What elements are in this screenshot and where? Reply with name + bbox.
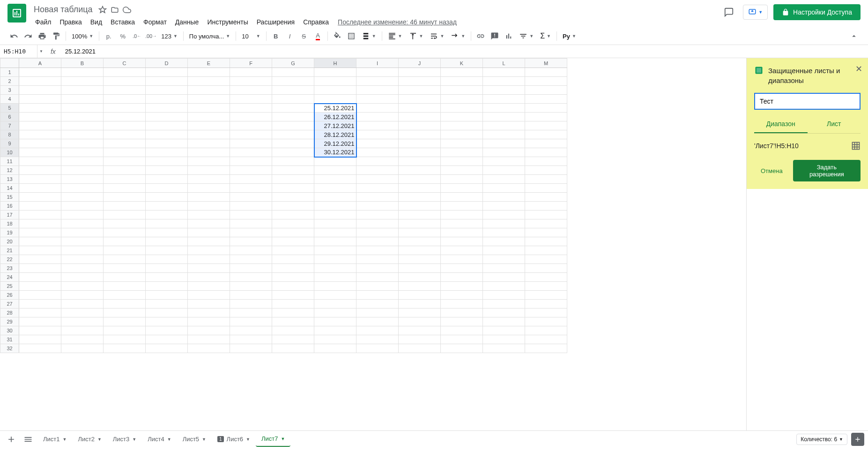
cell[interactable] bbox=[483, 219, 525, 228]
cell[interactable] bbox=[272, 219, 314, 228]
cell[interactable] bbox=[441, 77, 483, 86]
undo-icon[interactable] bbox=[7, 30, 21, 43]
cell[interactable] bbox=[399, 317, 441, 326]
row-header[interactable]: 20 bbox=[0, 237, 19, 246]
cell[interactable] bbox=[441, 273, 483, 282]
cell[interactable] bbox=[441, 184, 483, 193]
row-header[interactable]: 15 bbox=[0, 193, 19, 202]
cell[interactable] bbox=[146, 166, 188, 175]
cell[interactable] bbox=[356, 139, 399, 148]
row-header[interactable]: 32 bbox=[0, 344, 19, 353]
name-box[interactable]: H5:H10 bbox=[0, 45, 37, 58]
close-icon[interactable]: ✕ bbox=[855, 64, 862, 74]
cell[interactable] bbox=[314, 335, 356, 344]
cell[interactable] bbox=[356, 255, 399, 264]
cell[interactable] bbox=[272, 237, 314, 246]
cell[interactable] bbox=[399, 326, 441, 335]
cell[interactable] bbox=[104, 157, 146, 166]
cell[interactable] bbox=[188, 166, 230, 175]
cell[interactable] bbox=[356, 219, 399, 228]
column-header[interactable]: K bbox=[441, 59, 483, 68]
row-header[interactable]: 22 bbox=[0, 255, 19, 264]
row-header[interactable]: 28 bbox=[0, 309, 19, 317]
cell[interactable] bbox=[441, 175, 483, 184]
cell[interactable] bbox=[146, 273, 188, 282]
cell[interactable] bbox=[61, 139, 104, 148]
cell[interactable] bbox=[399, 104, 441, 113]
cell[interactable] bbox=[188, 86, 230, 95]
cell[interactable] bbox=[19, 317, 61, 326]
cell[interactable] bbox=[356, 291, 399, 300]
cell[interactable] bbox=[188, 104, 230, 113]
tab-range[interactable]: Диапазон bbox=[754, 115, 808, 133]
cell[interactable] bbox=[314, 255, 356, 264]
move-folder-icon[interactable] bbox=[111, 6, 119, 14]
cell[interactable] bbox=[483, 264, 525, 273]
cell[interactable] bbox=[356, 300, 399, 309]
cell[interactable] bbox=[104, 344, 146, 353]
sheet-tab[interactable]: Лист7▼ bbox=[256, 431, 290, 447]
cell[interactable] bbox=[188, 95, 230, 104]
cell[interactable] bbox=[483, 175, 525, 184]
cell[interactable] bbox=[483, 202, 525, 211]
cell[interactable] bbox=[441, 228, 483, 237]
cell[interactable] bbox=[230, 317, 272, 326]
cell[interactable] bbox=[272, 291, 314, 300]
column-header[interactable]: A bbox=[19, 59, 61, 68]
present-button[interactable]: ▼ bbox=[743, 5, 768, 20]
chart-icon[interactable] bbox=[502, 30, 515, 43]
cell[interactable] bbox=[230, 264, 272, 273]
text-wrap-select[interactable]: ▼ bbox=[427, 30, 447, 42]
cell[interactable] bbox=[146, 86, 188, 95]
cell[interactable] bbox=[19, 344, 61, 353]
cell[interactable] bbox=[441, 291, 483, 300]
cell[interactable] bbox=[399, 282, 441, 291]
cell[interactable] bbox=[314, 300, 356, 309]
cell[interactable] bbox=[230, 104, 272, 113]
cell[interactable] bbox=[441, 202, 483, 211]
menu-tools[interactable]: Инструменты bbox=[204, 16, 251, 28]
cell[interactable] bbox=[356, 282, 399, 291]
cell[interactable] bbox=[230, 335, 272, 344]
cell[interactable] bbox=[314, 219, 356, 228]
cell[interactable] bbox=[188, 157, 230, 166]
row-header[interactable]: 26 bbox=[0, 291, 19, 300]
cell[interactable] bbox=[188, 317, 230, 326]
cell[interactable] bbox=[188, 309, 230, 317]
cell[interactable] bbox=[272, 104, 314, 113]
cell[interactable] bbox=[19, 255, 61, 264]
cell[interactable] bbox=[230, 175, 272, 184]
cell[interactable] bbox=[188, 335, 230, 344]
cell[interactable] bbox=[314, 291, 356, 300]
cell[interactable] bbox=[525, 246, 567, 255]
cell[interactable] bbox=[61, 95, 104, 104]
italic-icon[interactable]: I bbox=[283, 30, 297, 43]
cell[interactable] bbox=[230, 86, 272, 95]
cell[interactable] bbox=[525, 255, 567, 264]
all-sheets-icon[interactable] bbox=[21, 432, 36, 447]
row-header[interactable]: 10 bbox=[0, 148, 19, 157]
cell[interactable] bbox=[19, 77, 61, 86]
cell[interactable] bbox=[104, 202, 146, 211]
row-header[interactable]: 12 bbox=[0, 166, 19, 175]
cell[interactable] bbox=[525, 68, 567, 77]
cell[interactable] bbox=[146, 317, 188, 326]
cell[interactable] bbox=[61, 282, 104, 291]
cell[interactable] bbox=[104, 255, 146, 264]
select-range-icon[interactable] bbox=[851, 141, 861, 151]
cell[interactable] bbox=[314, 86, 356, 95]
cell[interactable] bbox=[272, 121, 314, 130]
cell[interactable] bbox=[399, 130, 441, 139]
functions-select[interactable]: Σ▼ bbox=[537, 30, 554, 42]
bold-icon[interactable]: B bbox=[269, 30, 282, 43]
cell[interactable] bbox=[230, 113, 272, 121]
cell[interactable] bbox=[188, 121, 230, 130]
row-header[interactable]: 3 bbox=[0, 86, 19, 95]
row-header[interactable]: 7 bbox=[0, 121, 19, 130]
cell[interactable] bbox=[188, 282, 230, 291]
add-sheet-icon[interactable] bbox=[4, 432, 19, 447]
cell[interactable] bbox=[483, 95, 525, 104]
cell[interactable] bbox=[399, 166, 441, 175]
cell[interactable] bbox=[399, 291, 441, 300]
cell[interactable] bbox=[483, 300, 525, 309]
